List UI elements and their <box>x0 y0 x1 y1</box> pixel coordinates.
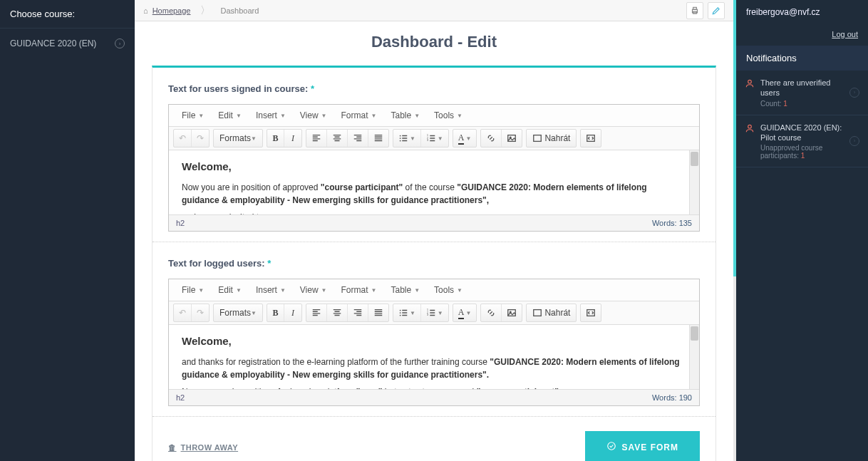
signed-users-label: Text for users signed in course: * <box>168 83 700 94</box>
align-right-button[interactable] <box>348 130 368 147</box>
save-button[interactable]: SAVE FORM <box>585 431 700 461</box>
align-center-button[interactable] <box>327 304 348 321</box>
word-count: Words: 190 <box>652 393 692 402</box>
menu-table[interactable]: Table▼ <box>383 108 427 123</box>
editor-body[interactable]: Welcome, and thanks for registration to … <box>169 325 699 389</box>
logged-editor: File▼ Edit▼ Insert▼ View▼ Format▼ Table▼… <box>168 279 700 406</box>
number-list-button[interactable]: 123▼ <box>421 130 448 147</box>
chevron-right-icon: › <box>849 88 859 98</box>
breadcrumb-current: Dashboard <box>220 6 259 15</box>
menu-insert[interactable]: Insert▼ <box>249 108 293 123</box>
align-right-button[interactable] <box>348 304 368 321</box>
breadcrumb-home[interactable]: Homepage <box>153 6 191 15</box>
status-path: h2 <box>176 219 185 227</box>
editor-toolbar: ↶ ↷ Formats ▼ B I <box>169 127 699 150</box>
align-justify-button[interactable] <box>368 130 388 147</box>
bullet-list-button[interactable]: ▼ <box>393 304 421 321</box>
menu-insert[interactable]: Insert▼ <box>249 282 293 298</box>
editor-status: h2 Words: 190 <box>169 389 699 405</box>
notification-item[interactable]: GUIDANCE 2020 (EN): Pilot course Unappro… <box>736 115 868 168</box>
menu-tools[interactable]: Tools▼ <box>427 282 470 298</box>
italic-button[interactable]: I <box>284 130 301 147</box>
print-button[interactable] <box>686 2 703 19</box>
align-left-button[interactable] <box>306 304 327 321</box>
left-sidebar: Choose course: GUIDANCE 2020 (EN) › <box>0 0 135 461</box>
edit-button[interactable] <box>708 2 725 19</box>
trash-icon: 🗑 <box>168 443 177 452</box>
editor-body[interactable]: Welcome, Now you are in position of appr… <box>169 150 699 214</box>
align-center-button[interactable] <box>327 130 348 147</box>
image-button[interactable] <box>502 130 522 147</box>
main-content: ⌂ Homepage 〉 Dashboard Dashboard - Edit <box>135 0 733 461</box>
svg-text:3: 3 <box>427 314 428 316</box>
svg-point-13 <box>400 310 401 311</box>
breadcrumb: ⌂ Homepage 〉 Dashboard <box>143 4 259 17</box>
menu-format[interactable]: Format▼ <box>334 282 384 298</box>
user-email: freibergova@nvf.cz <box>736 0 868 24</box>
link-button[interactable] <box>481 304 502 321</box>
logged-users-label: Text for logged users: * <box>168 258 700 269</box>
text-color-button[interactable]: A▼ <box>453 130 477 147</box>
status-path: h2 <box>176 393 185 402</box>
formats-dropdown[interactable]: Formats ▼ <box>214 304 262 321</box>
editor-toolbar: ↶ ↷ Formats ▼ B I <box>169 301 699 325</box>
course-item[interactable]: GUIDANCE 2020 (EN) › <box>0 29 135 58</box>
user-alert-icon <box>745 123 755 160</box>
bold-button[interactable]: B <box>267 304 284 321</box>
scrollbar[interactable] <box>689 325 699 389</box>
menu-file[interactable]: File▼ <box>175 282 211 298</box>
number-list-button[interactable]: 123▼ <box>421 304 448 321</box>
user-alert-icon <box>745 78 755 108</box>
source-code-button[interactable] <box>581 304 601 321</box>
menu-view[interactable]: View▼ <box>293 282 334 298</box>
notification-item[interactable]: There are unverified users Count: 1 › <box>736 71 868 115</box>
undo-button[interactable]: ↶ <box>174 130 192 147</box>
choose-course-header: Choose course: <box>0 0 135 29</box>
menu-tools[interactable]: Tools▼ <box>427 108 470 123</box>
upload-button[interactable]: Nahrát <box>527 130 576 147</box>
align-left-button[interactable] <box>306 130 327 147</box>
italic-button[interactable]: I <box>284 304 301 321</box>
svg-point-24 <box>748 80 752 83</box>
redo-button[interactable]: ↷ <box>192 304 209 321</box>
right-sidebar: freibergova@nvf.cz Log out Notifications… <box>736 0 868 461</box>
edit-card: Text for users signed in course: * File▼… <box>152 66 716 461</box>
menu-view[interactable]: View▼ <box>293 108 334 123</box>
editor-menubar: File▼ Edit▼ Insert▼ View▼ Format▼ Table▼… <box>169 279 699 301</box>
course-label: GUIDANCE 2020 (EN) <box>10 38 96 48</box>
check-circle-icon <box>606 441 616 453</box>
notifications-header: Notifications <box>736 46 868 71</box>
text-color-button[interactable]: A▼ <box>453 304 477 321</box>
signed-users-field: Text for users signed in course: * File▼… <box>153 68 715 242</box>
image-button[interactable] <box>502 304 522 321</box>
menu-file[interactable]: File▼ <box>175 108 211 123</box>
menu-table[interactable]: Table▼ <box>383 282 427 298</box>
menu-edit[interactable]: Edit▼ <box>211 108 249 123</box>
menu-format[interactable]: Format▼ <box>334 108 384 123</box>
bullet-list-button[interactable]: ▼ <box>393 130 421 147</box>
editor-status: h2 Words: 135 <box>169 214 699 231</box>
svg-rect-1 <box>693 7 697 9</box>
source-code-button[interactable] <box>581 130 601 147</box>
scrollbar[interactable] <box>689 150 699 214</box>
svg-text:3: 3 <box>427 139 428 142</box>
upload-button[interactable]: Nahrát <box>527 304 576 321</box>
svg-point-14 <box>400 312 401 314</box>
svg-point-23 <box>607 442 615 450</box>
throw-away-link[interactable]: 🗑 THROW AWAY <box>168 443 238 452</box>
signed-editor: File▼ Edit▼ Insert▼ View▼ Format▼ Table▼… <box>168 104 700 232</box>
home-icon: ⌂ <box>143 6 148 15</box>
undo-button[interactable]: ↶ <box>174 304 192 321</box>
logged-users-field: Text for logged users: * File▼ Edit▼ Ins… <box>153 242 715 417</box>
link-button[interactable] <box>481 130 502 147</box>
formats-dropdown[interactable]: Formats ▼ <box>214 130 262 147</box>
svg-rect-11 <box>534 135 542 142</box>
logout-link[interactable]: Log out <box>736 24 868 46</box>
editor-menubar: File▼ Edit▼ Insert▼ View▼ Format▼ Table▼… <box>169 105 699 127</box>
breadcrumb-separator: 〉 <box>200 4 210 17</box>
redo-button[interactable]: ↷ <box>192 130 209 147</box>
menu-edit[interactable]: Edit▼ <box>211 282 249 298</box>
chevron-right-icon: › <box>849 136 859 146</box>
align-justify-button[interactable] <box>368 304 388 321</box>
bold-button[interactable]: B <box>267 130 284 147</box>
